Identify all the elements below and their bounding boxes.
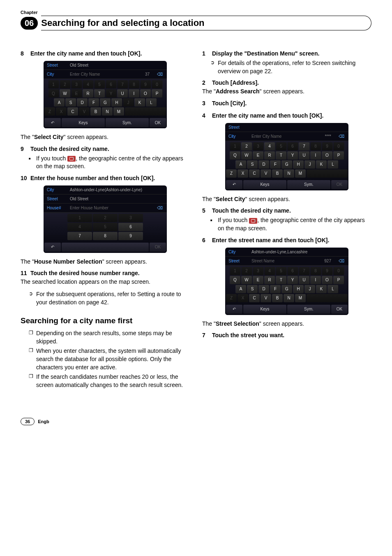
key[interactable]: 6 xyxy=(118,223,143,231)
ss-field-placeholder[interactable]: Enter House Number xyxy=(67,204,153,212)
key[interactable]: H xyxy=(111,98,122,107)
key[interactable]: 6 xyxy=(106,80,116,88)
key[interactable]: 0 xyxy=(333,142,344,151)
key[interactable]: E xyxy=(71,89,82,97)
sym-button[interactable]: Sym. xyxy=(287,180,330,189)
back-button[interactable]: ↶ xyxy=(44,243,61,252)
key[interactable]: P xyxy=(333,151,344,160)
key[interactable]: V xyxy=(79,107,90,116)
ss-field-placeholder[interactable]: Street Name xyxy=(248,257,321,265)
sym-button[interactable]: Sym. xyxy=(287,305,330,314)
key[interactable]: 9 xyxy=(140,80,151,88)
key[interactable]: 2 xyxy=(93,214,118,222)
key[interactable]: C xyxy=(249,294,260,302)
key[interactable]: 5 xyxy=(276,142,286,151)
key[interactable]: 8 xyxy=(129,80,139,88)
key[interactable]: M xyxy=(295,169,306,178)
space-key[interactable] xyxy=(125,107,166,116)
key[interactable]: 2 xyxy=(241,267,252,275)
key[interactable]: X xyxy=(238,169,248,178)
key[interactable]: 7 xyxy=(299,142,309,151)
key[interactable]: X xyxy=(238,294,248,302)
key[interactable]: T xyxy=(276,276,286,284)
key[interactable]: 9 xyxy=(118,232,143,240)
space-key[interactable] xyxy=(307,169,348,178)
key[interactable]: N xyxy=(284,169,294,178)
key[interactable]: 6 xyxy=(287,142,298,151)
key[interactable]: O xyxy=(322,276,332,284)
key[interactable]: 7 xyxy=(299,267,309,275)
key[interactable]: A xyxy=(54,98,65,107)
key[interactable]: N xyxy=(102,107,113,116)
key[interactable]: G xyxy=(281,160,292,169)
space-key[interactable] xyxy=(307,294,348,302)
key[interactable]: D xyxy=(258,285,269,293)
key[interactable]: J xyxy=(304,160,315,169)
key[interactable]: U xyxy=(299,151,309,160)
backspace-icon[interactable]: ⌫ xyxy=(334,257,348,265)
key[interactable]: Q xyxy=(48,89,59,97)
key[interactable]: Z xyxy=(44,107,55,116)
key[interactable]: F xyxy=(88,98,99,107)
key[interactable]: 0 xyxy=(152,80,162,88)
key[interactable]: Q xyxy=(230,276,240,284)
key[interactable]: F xyxy=(270,285,281,293)
key[interactable]: U xyxy=(117,89,128,97)
key[interactable]: B xyxy=(90,107,101,116)
key[interactable]: 1 xyxy=(67,214,92,222)
key[interactable]: W xyxy=(241,276,252,284)
key[interactable]: 4 xyxy=(83,80,93,88)
key[interactable]: 1 xyxy=(230,142,240,151)
key[interactable]: L xyxy=(146,98,157,107)
key[interactable]: V xyxy=(261,169,271,178)
key[interactable]: 4 xyxy=(264,267,275,275)
back-button[interactable]: ↶ xyxy=(44,118,61,127)
key[interactable]: 5 xyxy=(276,267,286,275)
key[interactable]: T xyxy=(94,89,105,97)
ok-button[interactable]: OK xyxy=(331,180,348,189)
key[interactable]: D xyxy=(77,98,88,107)
key[interactable]: 8 xyxy=(310,142,321,151)
key[interactable]: 2 xyxy=(241,142,252,151)
key[interactable]: J xyxy=(304,285,315,293)
keys-button[interactable]: Keys xyxy=(243,180,286,189)
key[interactable]: K xyxy=(316,160,327,169)
key[interactable]: 5 xyxy=(93,223,118,231)
key[interactable]: P xyxy=(333,276,344,284)
key[interactable]: I xyxy=(310,276,321,284)
key[interactable]: 3 xyxy=(253,267,263,275)
key[interactable]: Y xyxy=(287,276,298,284)
ok-button[interactable]: OK xyxy=(331,305,348,314)
key[interactable]: Q xyxy=(230,151,240,160)
key[interactable]: G xyxy=(100,98,111,107)
key[interactable]: H xyxy=(293,160,304,169)
key[interactable]: 9 xyxy=(322,142,332,151)
key[interactable]: 2 xyxy=(60,80,70,88)
ok-button[interactable]: OK xyxy=(150,243,166,252)
key[interactable]: Y xyxy=(106,89,116,97)
key[interactable]: 3 xyxy=(118,214,143,222)
key[interactable]: R xyxy=(264,276,275,284)
key[interactable]: 3 xyxy=(253,142,263,151)
key[interactable]: B xyxy=(272,294,283,302)
key[interactable]: 4 xyxy=(264,142,275,151)
ok-button[interactable]: OK xyxy=(150,118,166,127)
key[interactable]: 6 xyxy=(287,267,298,275)
key[interactable]: 7 xyxy=(117,80,128,88)
key[interactable]: X xyxy=(56,107,67,116)
key[interactable]: Z xyxy=(226,294,237,302)
key[interactable]: 1 xyxy=(48,80,59,88)
key[interactable]: G xyxy=(281,285,292,293)
key[interactable]: C xyxy=(249,169,260,178)
backspace-icon[interactable]: ⌫ xyxy=(334,132,348,141)
key[interactable]: S xyxy=(247,160,258,169)
keys-button[interactable]: Keys xyxy=(243,305,286,314)
key[interactable]: Y xyxy=(287,151,298,160)
key[interactable]: 4 xyxy=(67,223,92,231)
key[interactable]: M xyxy=(295,294,306,302)
key[interactable]: S xyxy=(65,98,76,107)
key[interactable]: O xyxy=(322,151,332,160)
key[interactable]: E xyxy=(253,151,263,160)
key[interactable]: A xyxy=(235,160,246,169)
ss-field-placeholder[interactable]: Enter City Name xyxy=(67,70,142,79)
